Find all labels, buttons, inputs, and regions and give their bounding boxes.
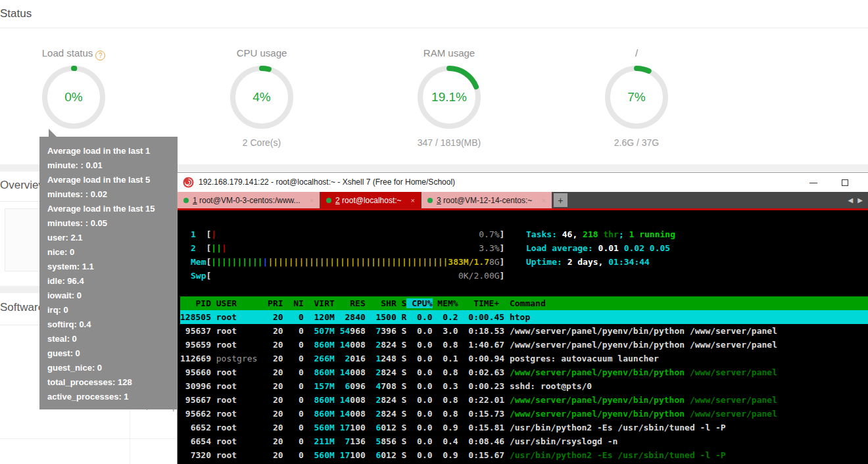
divider [0,28,868,28]
session-tab-2[interactable]: 2 root@localhost:~ × [320,192,421,208]
cpu-meter: 1 [|0.7%] [191,227,521,241]
gauge-percent: 7% [602,63,671,131]
gauge-ring: 7% [602,63,671,131]
software-title: Software [0,301,44,314]
tooltip-line: Average load in the last 15 [47,202,172,216]
tooltip-line: Average load in the last 1 [47,144,172,158]
tooltip-line: total_processes: 128 [47,375,172,390]
tooltip-line: softirq: 0.4 [47,317,172,332]
process-row[interactable]: 6654 root 20 0 211M 7136 5856 S 0.0 0.4 … [180,434,868,448]
maximize-icon [842,179,848,186]
tooltip-arrow [49,129,57,137]
gauge-ring: 4% [228,63,296,131]
tab-bar: 1 root@VM-0-3-centos:/www... × 2 root@lo… [178,192,868,208]
tooltip-line: active_processes: 1 [47,390,172,404]
minimize-button[interactable]: — [798,173,829,192]
xshell-logo-icon [183,177,194,188]
xshell-window: 192.168.179.141:22 - root@localhost:~ - … [177,172,868,464]
tooltip-line: Average load in the last 5 [47,173,172,187]
close-tab-icon[interactable]: × [310,197,314,204]
gauge-label: Load status? [18,47,130,60]
tooltip-line: guest: 0 [47,346,172,361]
tooltip-line: steal: 0 [47,332,172,346]
tooltip-line: minutes: : 0.02 [47,187,172,202]
gauge-label: CPU usage [206,47,318,60]
mem-meter: Mem[||||||||||||||||||||||||||||||||||||… [191,255,521,269]
process-row[interactable]: 128505 root 20 0 120M 2840 1500 R 0.0 0.… [180,310,868,324]
tooltip-line: idle: 96.4 [47,274,172,289]
gauge-0: Load status? 0% Runing smoothly [18,47,130,148]
software-grid-divider [0,438,176,439]
gauge-percent: 0% [39,63,108,131]
gauge-ring: 0% [39,63,108,131]
connected-dot-icon [326,198,331,203]
process-row[interactable]: 7320 root 20 0 560M 17100 6012 S 0.0 0.9… [180,448,868,462]
session-tab-1[interactable]: 1 root@VM-0-3-centos:/www... × [178,192,320,208]
tooltip-line: user: 2.1 [47,231,172,245]
process-row[interactable]: 95662 root 20 0 860M 14008 2824 S 0.0 0.… [180,407,868,421]
tooltip-line: minutes: : 0.05 [47,216,172,231]
process-row[interactable]: 95667 root 20 0 860M 14008 2824 S 0.0 0.… [180,393,868,407]
connected-dot-icon [427,198,433,203]
tooltip-line: minute: : 0.01 [47,158,172,173]
process-row[interactable]: 95659 root 20 0 860M 14008 2824 S 0.0 0.… [180,338,868,352]
close-tab-icon[interactable]: × [411,197,415,204]
load-average-line: Load average: 0.01 0.02 0.05 [526,241,675,255]
tab-scroll-right-icon[interactable]: ▶ [857,197,863,204]
process-row[interactable]: 112669 postgres 20 0 266M 2016 1248 S 0.… [180,352,868,365]
session-tab-3[interactable]: 3 root@VM-12-14-centos:~ × [422,192,552,208]
gauge-sub-label: 2.6G / 37G [581,137,692,148]
gauge-ring: 19.1% [415,63,483,131]
load-status-tooltip: Average load in the last 1minute: : 0.01… [39,137,178,409]
process-row[interactable]: 95660 root 20 0 860M 14008 2824 S 0.0 0.… [180,365,868,379]
window-title: 192.168.179.141:22 - root@localhost:~ - … [199,177,455,187]
sort-column-header[interactable]: CPU% [406,298,432,308]
gauge-percent: 4% [228,63,296,131]
process-row[interactable]: 95637 root 20 0 507M 54968 7396 S 0.0 3.… [180,324,868,338]
close-button[interactable]: ✕ [861,173,868,192]
htop-summary: Tasks: 46, 218 thr; 1 runningLoad averag… [526,227,675,269]
maximize-button[interactable] [830,173,860,192]
gauge-3: / 7% 2.6G / 37G [581,47,692,148]
tab-scroll-left-icon[interactable]: ◀ [848,197,854,204]
htop-process-table: PID USER PRI NI VIRT RES SHR S CPU% MEM%… [180,296,868,462]
tooltip-line: irq: 0 [47,303,172,317]
process-table-header[interactable]: PID USER PRI NI VIRT RES SHR S CPU% MEM%… [180,296,868,310]
xshell-titlebar[interactable]: 192.168.179.141:22 - root@localhost:~ - … [178,173,868,192]
tooltip-line: system: 1.1 [47,260,172,274]
gauge-1: CPU usage 4% 2 Core(s) [206,47,318,148]
gauge-percent: 19.1% [415,63,483,131]
process-row[interactable]: 6652 root 20 0 560M 17100 6012 S 0.0 0.9… [180,421,868,434]
terminal[interactable]: 1 [|0.7%]2 [|||3.3%]Mem[||||||||||||||||… [178,210,868,464]
tooltip-line: iowait: 0 [47,289,172,303]
swap-meter: Swp[0K/2.00G] [191,269,521,283]
tasks-line: Tasks: 46, 218 thr; 1 running [526,227,675,241]
close-tab-icon[interactable]: × [541,197,545,204]
new-tab-button[interactable]: + [554,193,567,207]
uptime-line: Uptime: 2 days, 01:34:44 [526,255,675,269]
page-title: Status [0,7,32,20]
gauge-sub-label: 347 / 1819(MB) [393,137,505,148]
gauge-label: / [581,47,692,60]
tooltip-line: guest_nice: 0 [47,361,172,375]
help-icon[interactable]: ? [95,51,105,60]
connected-dot-icon [183,198,189,203]
gauge-label: RAM usage [393,47,505,60]
minimize-icon: — [809,178,817,187]
tooltip-line: nice: 0 [47,245,172,260]
gauge-sub-label: 2 Core(s) [206,137,318,148]
process-row[interactable]: 30996 root 20 0 157M 6096 4708 S 0.0 0.3… [180,379,868,393]
cpu-meter: 2 [|||3.3%] [191,241,521,255]
gauge-2: RAM usage 19.1% 347 / 1819(MB) [393,47,505,148]
